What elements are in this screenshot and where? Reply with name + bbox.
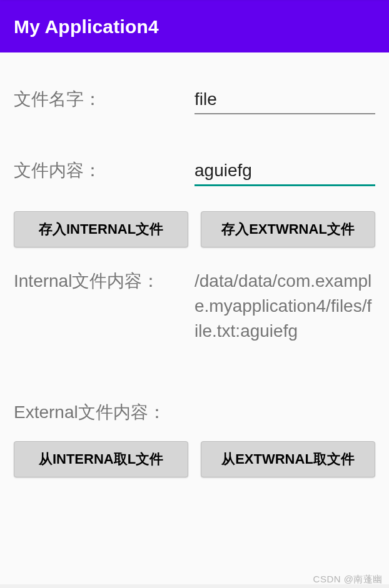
internal-output-value: /data/data/com.example.myapplication4/fi… (194, 269, 375, 344)
external-output-row: External文件内容： (14, 400, 375, 425)
read-external-button[interactable]: 从EXTWRNAL取文件 (201, 441, 375, 477)
content-row: 文件内容： (14, 158, 375, 186)
bottom-edge (0, 584, 389, 588)
app-title: My Application4 (14, 16, 159, 37)
save-internal-button[interactable]: 存入INTERNAL文件 (14, 211, 188, 247)
filename-input[interactable] (194, 88, 375, 114)
external-output-label: External文件内容： (14, 400, 194, 425)
save-external-button[interactable]: 存入EXTWRNAL文件 (201, 211, 375, 247)
filename-row: 文件名字： (14, 87, 375, 114)
content-label: 文件内容： (14, 158, 194, 183)
save-button-row: 存入INTERNAL文件 存入EXTWRNAL文件 (14, 211, 375, 247)
internal-output-label: Internal文件内容： (14, 269, 194, 294)
content-input[interactable] (194, 159, 375, 186)
read-internal-button[interactable]: 从INTERNA取L文件 (14, 441, 188, 477)
read-button-row: 从INTERNA取L文件 从EXTWRNAL取文件 (14, 441, 375, 477)
main-content: 文件名字： 文件内容： 存入INTERNAL文件 存入EXTWRNAL文件 (0, 52, 389, 477)
filename-label: 文件名字： (14, 87, 194, 112)
app-bar: My Application4 (0, 1, 389, 52)
internal-output-row: Internal文件内容： /data/data/com.example.mya… (14, 269, 375, 344)
